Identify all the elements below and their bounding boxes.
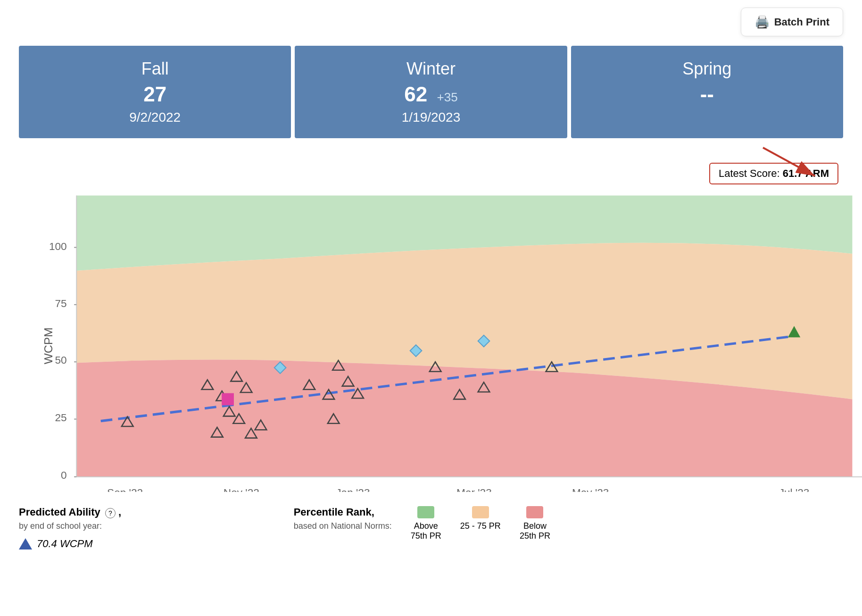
main-chart: 0 25 50 75 100 WCPM Sep '22 Nov '22 Jan … bbox=[38, 190, 862, 492]
spring-score: -- bbox=[580, 83, 834, 106]
25-75-label: 25 - 75 PR bbox=[460, 521, 501, 531]
batch-print-label: Batch Print bbox=[774, 16, 829, 28]
svg-text:Mar '23: Mar '23 bbox=[456, 487, 492, 492]
legend-percentile-rank: Percentile Rank, based on National Norms… bbox=[294, 506, 843, 550]
season-cards: Fall 27 9/2/2022 Winter 62 +35 1/19/2023… bbox=[19, 46, 843, 138]
legend-below-25: Below25th PR bbox=[520, 506, 550, 541]
svg-line-1 bbox=[763, 148, 815, 176]
winter-score: 62 +35 bbox=[304, 83, 557, 106]
legend-above-75: Above75th PR bbox=[411, 506, 441, 541]
svg-text:Jul '23: Jul '23 bbox=[779, 487, 810, 492]
chart-container: 0 25 50 75 100 WCPM Sep '22 Nov '22 Jan … bbox=[19, 190, 843, 492]
svg-text:Jan '23: Jan '23 bbox=[336, 487, 370, 492]
below-25-color-box bbox=[526, 506, 543, 518]
season-card-fall: Fall 27 9/2/2022 bbox=[19, 46, 291, 138]
svg-text:May '23: May '23 bbox=[572, 487, 609, 492]
svg-text:100: 100 bbox=[49, 241, 67, 252]
season-card-spring: Spring -- bbox=[571, 46, 843, 138]
svg-text:Sep '22: Sep '22 bbox=[107, 487, 143, 492]
spring-season-name: Spring bbox=[580, 59, 834, 79]
above-75-label: Above75th PR bbox=[411, 521, 441, 541]
percentile-rank-title: Percentile Rank, bbox=[294, 506, 392, 518]
winter-season-name: Winter bbox=[304, 59, 557, 79]
printer-icon: 🖨️ bbox=[754, 15, 770, 29]
legend-predicted-ability: Predicted Ability ? , by end of school y… bbox=[19, 506, 294, 550]
season-card-winter: Winter 62 +35 1/19/2023 bbox=[295, 46, 567, 138]
svg-text:75: 75 bbox=[55, 298, 67, 309]
svg-text:25: 25 bbox=[55, 412, 67, 424]
blue-triangle-icon bbox=[19, 538, 32, 549]
red-arrow-indicator bbox=[754, 143, 829, 185]
fall-season-name: Fall bbox=[28, 59, 282, 79]
fall-score: 27 bbox=[28, 83, 282, 106]
svg-text:50: 50 bbox=[55, 354, 67, 366]
predicted-ability-subtitle: by end of school year: bbox=[19, 521, 294, 531]
svg-text:Nov '22: Nov '22 bbox=[224, 487, 259, 492]
winter-date: 1/19/2023 bbox=[304, 110, 557, 125]
predicted-ability-title: Predicted Ability ? , bbox=[19, 506, 294, 518]
batch-print-button[interactable]: 🖨️ Batch Print bbox=[741, 8, 843, 36]
25-75-color-box bbox=[472, 506, 489, 518]
chart-area: Latest Score: 61.7 ARM 0 25 50 75 100 bbox=[19, 148, 843, 492]
info-icon[interactable]: ? bbox=[105, 508, 116, 518]
fall-date: 9/2/2022 bbox=[28, 110, 282, 125]
svg-rect-32 bbox=[222, 393, 234, 405]
below-25-label: Below25th PR bbox=[520, 521, 550, 541]
percentile-rank-subtitle: based on National Norms: bbox=[294, 521, 392, 531]
legend-area: Predicted Ability ? , by end of school y… bbox=[19, 506, 843, 550]
above-75-color-box bbox=[417, 506, 434, 518]
legend-25-75: 25 - 75 PR bbox=[460, 506, 501, 531]
predicted-ability-item: 70.4 WCPM bbox=[19, 538, 294, 550]
predicted-value: 70.4 WCPM bbox=[37, 538, 93, 550]
svg-text:0: 0 bbox=[61, 469, 67, 481]
svg-text:WCPM: WCPM bbox=[42, 327, 55, 364]
winter-score-change: +35 bbox=[437, 90, 458, 104]
top-bar: 🖨️ Batch Print bbox=[0, 0, 862, 41]
